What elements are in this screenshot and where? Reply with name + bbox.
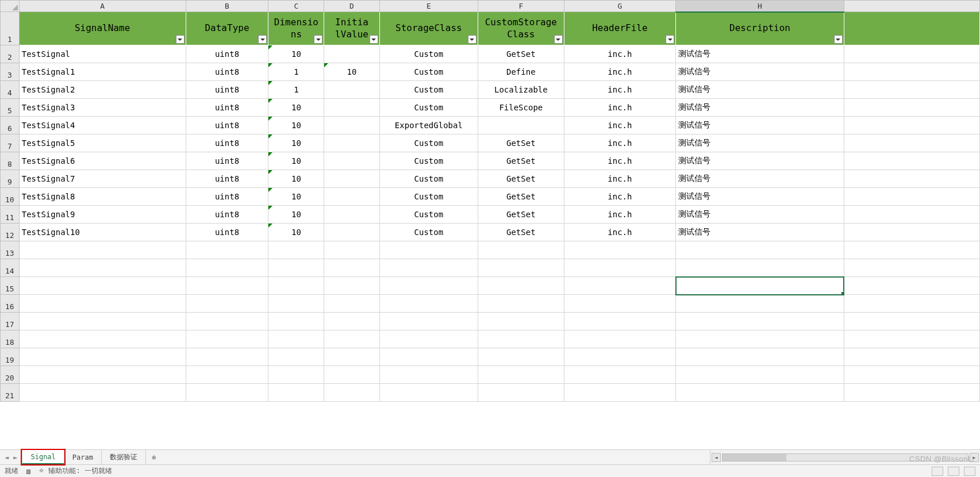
filter-button[interactable] [554,35,563,44]
scroll-thumb[interactable] [722,454,786,461]
row-header[interactable]: 6 [1,117,20,134]
cell-H20[interactable] [676,366,844,384]
cell-H11[interactable]: 测试信号 [676,206,844,224]
cell-C6[interactable]: 10 [268,117,324,134]
cell-C13[interactable] [268,241,324,259]
cell-blank-1[interactable] [844,12,979,45]
row-header[interactable]: 12 [1,224,20,241]
cell-D16[interactable] [324,295,379,313]
cell-B5[interactable]: uint8 [186,99,268,117]
cell-A5[interactable]: TestSignal3 [19,99,186,117]
row-header[interactable]: 9 [1,170,20,188]
cell-H17[interactable] [676,313,844,330]
row-header[interactable]: 20 [1,366,20,384]
cell-C15[interactable] [268,277,324,295]
cell-G3[interactable]: inc.h [564,63,675,81]
column-header-E[interactable]: E [379,1,478,12]
cell-blank-15[interactable] [844,277,979,295]
cell-E21[interactable] [379,384,478,402]
cell-H18[interactable] [676,330,844,348]
cell-H5[interactable]: 测试信号 [676,99,844,117]
cell-F19[interactable] [478,348,564,366]
cell-D4[interactable] [324,81,379,99]
cell-A13[interactable] [19,241,186,259]
cell-B6[interactable]: uint8 [186,117,268,134]
cell-H1[interactable]: Description [676,12,844,45]
cell-B13[interactable] [186,241,268,259]
row-header[interactable]: 5 [1,99,20,117]
cell-A2[interactable]: TestSignal [19,45,186,63]
cell-B21[interactable] [186,384,268,402]
cell-A4[interactable]: TestSignal2 [19,81,186,99]
cell-C4[interactable]: 1 [268,81,324,99]
cell-F18[interactable] [478,330,564,348]
cell-E7[interactable]: Custom [379,134,478,152]
cell-blank-14[interactable] [844,259,979,277]
cell-H13[interactable] [676,241,844,259]
filter-button[interactable] [468,35,476,44]
cell-F2[interactable]: GetSet [478,45,564,63]
cell-F6[interactable] [478,117,564,134]
cell-B16[interactable] [186,295,268,313]
cell-F9[interactable]: GetSet [478,170,564,188]
cell-D14[interactable] [324,259,379,277]
cell-F20[interactable] [478,366,564,384]
cell-C17[interactable] [268,313,324,330]
cell-C3[interactable]: 1 [268,63,324,81]
cell-D5[interactable] [324,99,379,117]
cell-F10[interactable]: GetSet [478,188,564,206]
cell-G21[interactable] [564,384,675,402]
cell-E3[interactable]: Custom [379,63,478,81]
cell-C21[interactable] [268,384,324,402]
cell-E19[interactable] [379,348,478,366]
cell-A10[interactable]: TestSignal8 [19,188,186,206]
filter-button[interactable] [666,35,674,44]
row-header[interactable]: 4 [1,81,20,99]
view-pagebreak-button[interactable] [964,467,975,476]
cell-G7[interactable]: inc.h [564,134,675,152]
filter-button[interactable] [176,35,185,44]
cell-D17[interactable] [324,313,379,330]
cell-A17[interactable] [19,313,186,330]
cell-E6[interactable]: ExportedGlobal [379,117,478,134]
cell-blank-18[interactable] [844,330,979,348]
cell-H7[interactable]: 测试信号 [676,134,844,152]
cell-E18[interactable] [379,330,478,348]
cell-F12[interactable]: GetSet [478,224,564,241]
cell-B17[interactable] [186,313,268,330]
cell-G5[interactable]: inc.h [564,99,675,117]
cell-blank-10[interactable] [844,188,979,206]
cell-B14[interactable] [186,259,268,277]
cell-B9[interactable]: uint8 [186,170,268,188]
cell-E14[interactable] [379,259,478,277]
cell-G14[interactable] [564,259,675,277]
cell-D3[interactable]: 10 [324,63,379,81]
cell-C9[interactable]: 10 [268,170,324,188]
tab-nav-next-icon[interactable]: ► [13,453,17,461]
row-header[interactable]: 13 [1,241,20,259]
cell-H16[interactable] [676,295,844,313]
cell-H19[interactable] [676,348,844,366]
cell-F5[interactable]: FileScope [478,99,564,117]
cell-D21[interactable] [324,384,379,402]
cell-D11[interactable] [324,206,379,224]
row-header[interactable]: 3 [1,63,20,81]
cell-B19[interactable] [186,348,268,366]
cell-C16[interactable] [268,295,324,313]
cell-B11[interactable]: uint8 [186,206,268,224]
cell-G11[interactable]: inc.h [564,206,675,224]
row-header[interactable]: 11 [1,206,20,224]
cell-H2[interactable]: 测试信号 [676,45,844,63]
column-header-H[interactable]: H [676,1,844,12]
cell-H6[interactable]: 测试信号 [676,117,844,134]
row-header[interactable]: 8 [1,152,20,170]
cell-D15[interactable] [324,277,379,295]
cell-E10[interactable]: Custom [379,188,478,206]
cell-B1[interactable]: DataType [186,12,268,45]
cell-D1[interactable]: Initia lValue [324,12,379,45]
cell-blank-9[interactable] [844,170,979,188]
cell-B12[interactable]: uint8 [186,224,268,241]
cell-F15[interactable] [478,277,564,295]
filter-button[interactable] [258,35,267,44]
cell-E11[interactable]: Custom [379,206,478,224]
